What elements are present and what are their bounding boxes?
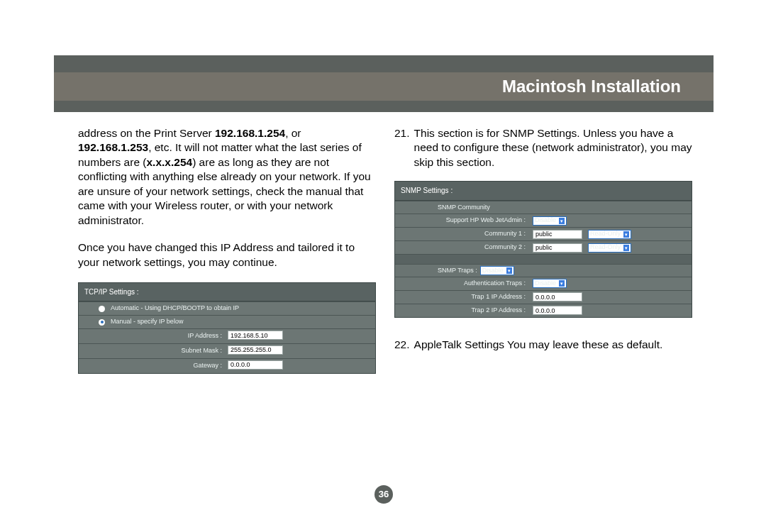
tcpip-mask-row: Subnet Mask : (79, 343, 375, 358)
step-text: AppleTalk Settings You may leave these a… (414, 338, 663, 352)
ip-pattern-bold: x.x.x.254 (146, 156, 192, 168)
field-label: Trap 2 IP Address : (395, 304, 530, 317)
text: address on the Print Server (78, 127, 215, 139)
step-number: 21. (394, 126, 410, 170)
page-number-badge: 36 (54, 485, 714, 504)
tcpip-panel-title: TCP/IP Settings : (79, 283, 375, 301)
field-label: Community 1 : (395, 228, 530, 240)
radio-label: Automatic - Using DHCP/BOOTP to obtain I… (111, 304, 239, 313)
field-label: Gateway : (79, 359, 228, 373)
tcpip-option-manual[interactable]: Manual - specify IP below (79, 315, 375, 328)
field-label: Subnet Mask : (79, 344, 228, 358)
snmp-community-header: SNMP Community (395, 201, 692, 214)
text: , or (285, 127, 301, 139)
auth-traps-select[interactable]: Disable▾ (533, 279, 567, 288)
snmp-traps-label: SNMP Traps : (438, 267, 477, 275)
tcpip-gw-row: Gateway : (79, 358, 375, 373)
tcpip-ip-row: IP Address : (79, 328, 375, 343)
snmp-hp-row: Support HP Web JetAdmin : Disable▾ (395, 214, 692, 227)
paragraph-continue: Once you have changed this IP Address an… (78, 240, 376, 270)
radio-label: Manual - specify IP below (111, 318, 183, 326)
snmp-traps-select[interactable]: Disable▾ (480, 266, 514, 275)
subnet-mask-input[interactable] (228, 345, 283, 355)
field-label: Support HP Web JetAdmin : (395, 214, 530, 227)
community2-input[interactable] (533, 243, 582, 253)
dropdown-arrow-icon: ▾ (623, 231, 629, 238)
community1-mode-select[interactable]: Read-Only▾ (588, 230, 631, 239)
manual-page: Macintosh Installation address on the Pr… (54, 55, 714, 509)
snmp-panel-title: SNMP Settings : (395, 182, 692, 200)
ip-bold: 192.168.1.253 (78, 141, 148, 153)
section-header: Macintosh Installation (54, 72, 714, 101)
ip-bold: 192.168.1.254 (215, 127, 285, 139)
dropdown-arrow-icon: ▾ (506, 267, 512, 274)
snmp-trap2-row: Trap 2 IP Address : (395, 304, 692, 317)
tcpip-option-auto[interactable]: Automatic - Using DHCP/BOOTP to obtain I… (79, 301, 375, 315)
snmp-trap1-row: Trap 1 IP Address : (395, 290, 692, 304)
field-label: Community 2 : (395, 241, 530, 254)
field-label: Authentication Traps : (395, 277, 530, 290)
community1-input[interactable] (533, 230, 582, 239)
paragraph-ip-address: address on the Print Server 192.168.1.25… (78, 126, 376, 228)
trap1-ip-input[interactable] (533, 292, 582, 301)
snmp-auth-row: Authentication Traps : Disable▾ (395, 277, 692, 290)
field-label: Trap 1 IP Address : (395, 291, 530, 304)
select-value: Disable (482, 267, 504, 275)
select-value: Read-Only (590, 230, 621, 238)
select-value: Disable (535, 216, 556, 225)
dropdown-arrow-icon: ▾ (559, 218, 565, 224)
step-22: 22. AppleTalk Settings You may leave the… (394, 338, 692, 352)
select-value: Read-Only (590, 243, 621, 252)
tcpip-settings-panel: TCP/IP Settings : Automatic - Using DHCP… (78, 282, 376, 374)
select-value: Disable (535, 279, 556, 288)
step-21: 21. This section is for SNMP Settings. U… (394, 126, 692, 170)
dropdown-arrow-icon: ▾ (559, 280, 565, 287)
hp-jetadmin-select[interactable]: Disable▾ (533, 216, 567, 226)
radio-selected-icon[interactable] (99, 319, 105, 326)
step-text: This section is for SNMP Settings. Unles… (414, 126, 692, 170)
panel-divider (395, 254, 692, 264)
radio-unselected-icon[interactable] (99, 306, 105, 312)
community2-mode-select[interactable]: Read-Only▾ (588, 243, 631, 253)
snmp-settings-panel: SNMP Settings : SNMP Community Support H… (394, 181, 692, 317)
section-title: Macintosh Installation (502, 77, 681, 96)
dropdown-arrow-icon: ▾ (623, 245, 629, 251)
snmp-community2-row: Community 2 : Read-Only▾ (395, 240, 692, 254)
gateway-input[interactable] (228, 360, 283, 370)
step-number: 22. (394, 338, 410, 352)
ip-address-input[interactable] (228, 331, 283, 340)
left-column: address on the Print Server 192.168.1.25… (78, 126, 376, 374)
snmp-community1-row: Community 1 : Read-Only▾ (395, 227, 692, 240)
trap2-ip-input[interactable] (533, 306, 582, 315)
content-area: address on the Print Server 192.168.1.25… (54, 112, 714, 509)
snmp-traps-header-row: SNMP Traps : Disable▾ (395, 264, 692, 277)
two-column-layout: address on the Print Server 192.168.1.25… (78, 126, 692, 374)
field-label: IP Address : (79, 329, 228, 343)
right-column: 21. This section is for SNMP Settings. U… (394, 126, 692, 374)
page-number: 36 (374, 485, 393, 504)
